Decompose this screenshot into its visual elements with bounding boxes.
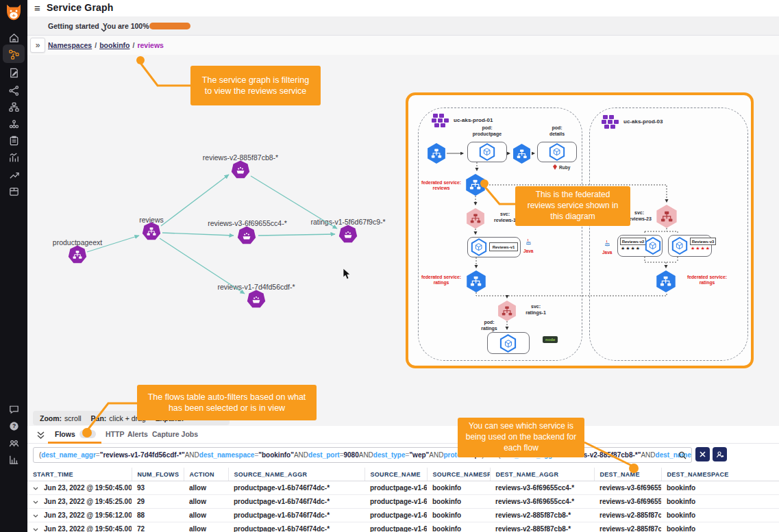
sidebar: ? (0, 0, 27, 532)
reviews-v3-name-tag: Reviews-v3 (690, 238, 716, 245)
svg-text:?: ? (12, 422, 15, 429)
java-logo: Java (523, 236, 533, 253)
page-title: Service Graph (47, 2, 114, 13)
team-icon[interactable] (0, 434, 27, 452)
callout-federated-reviews: This is the federated reviews service sh… (515, 186, 630, 226)
federated-service-ratings-label: federated service: ratings (680, 275, 734, 286)
flows-count-badge: 20 (79, 430, 96, 438)
cluster-name: uc-aks-prod-03 (623, 118, 663, 125)
usage-chart-icon[interactable] (0, 451, 27, 468)
breadcrumb-namespaces[interactable]: Namespaces (48, 41, 92, 49)
callout-backend-service: You can see which service is being used … (458, 418, 584, 457)
flows-filter-input[interactable]: (dest_name_aggr = "reviews-v1-7d4fd56cdf… (33, 447, 692, 463)
expand-row-icon[interactable] (33, 511, 38, 519)
tigera-logo (3, 2, 24, 23)
rating-stars-black: ★★★★ (621, 246, 641, 251)
callout-service-graph-filter: The service graph is filtering to view t… (190, 66, 321, 105)
pod-label: pod: ratings (473, 320, 505, 332)
filter-bar: (dest_name_aggr = "reviews-v1-7d4fd56cdf… (27, 444, 779, 468)
activity-icon[interactable] (0, 149, 27, 166)
breadcrumb-bookinfo[interactable]: bookinfo (99, 41, 129, 49)
getting-started-band: Getting started You are 100% done (27, 16, 779, 36)
clear-filter-button[interactable] (695, 447, 710, 461)
breadcrumb-row: » Namespaces/bookinfo/reviews (27, 36, 779, 55)
breadcrumb-reviews: reviews (137, 41, 164, 49)
network-icon[interactable] (0, 81, 27, 99)
table-row[interactable]: Jun 23, 2022 @ 19:50:45.000 72 allow pro… (27, 522, 779, 532)
table-row[interactable]: Jun 23, 2022 @ 19:50:45.000 93 allow pro… (27, 481, 779, 495)
col-start-time[interactable]: START_TIME (27, 468, 132, 481)
top-bar: ≡ Service Graph (27, 0, 779, 16)
tab-capture-jobs[interactable]: Capture Jobs (152, 430, 198, 438)
callout-flows-autofilter: The flows table auto-filters based on wh… (137, 385, 317, 420)
kubernetes-cluster-icon (602, 114, 621, 129)
breadcrumb: Namespaces/bookinfo/reviews (48, 41, 164, 49)
col-source-namespace[interactable]: SOURCE_NAMESPACE (427, 468, 490, 481)
tab-alerts[interactable]: Alerts (127, 430, 148, 438)
cluster-uc-aks-prod-03 (589, 107, 748, 361)
col-action[interactable]: ACTION (184, 468, 228, 481)
archive-icon[interactable] (0, 182, 27, 200)
service-graph-icon[interactable] (0, 45, 27, 63)
kubernetes-cluster-icon (432, 113, 451, 128)
cluster-name: uc-aks-prod-01 (454, 117, 493, 124)
flows-table: START_TIME NUM_FLOWS ACTION SOURCE_NAME_… (27, 468, 779, 532)
chat-icon[interactable] (0, 400, 27, 418)
progress-bar (149, 23, 190, 29)
nodejs-logo: node (543, 336, 558, 343)
col-num-flows[interactable]: NUM_FLOWS (132, 468, 184, 481)
ruby-logo: Ruby (552, 164, 570, 170)
expand-row-icon[interactable] (33, 484, 38, 492)
policies-icon[interactable] (0, 64, 27, 81)
node-label: productpageext (19, 238, 136, 246)
trends-icon[interactable] (0, 166, 27, 183)
expand-row-icon[interactable] (33, 525, 38, 532)
reviews-v1-name-tag: Reviews-v1 (489, 242, 518, 251)
expand-panel-button[interactable]: » (30, 38, 45, 53)
node-label: reviews-v2-885f87cb8-* (182, 153, 299, 162)
col-dest-name[interactable]: DEST_NAME (594, 468, 661, 481)
collapse-panel-icon[interactable] (37, 430, 45, 442)
col-source-name-aggr[interactable]: SOURCE_NAME_AGGR (228, 468, 364, 481)
compliance-icon[interactable] (0, 131, 27, 149)
search-icon[interactable] (678, 450, 687, 462)
node-label: ratings-v1-5f6d67f9c9-* (290, 218, 406, 226)
node-label: reviews-v3-6f69655cc4-* (189, 219, 306, 227)
java-logo: Java (602, 238, 612, 255)
col-dest-namespace[interactable]: DEST_NAMESPACE (661, 468, 779, 481)
architecture-diagram: uc-aks-prod-01 pod: productpage pod: det… (406, 92, 754, 368)
endpoints-icon[interactable] (0, 115, 27, 133)
help-icon[interactable]: ? (0, 417, 27, 435)
pod-label: pod: productpage (463, 125, 511, 138)
col-dest-name-aggr[interactable]: DEST_NAME_AGGR (490, 468, 594, 481)
expand-row-icon[interactable] (33, 498, 38, 505)
node-label: reviews-v1-7d4fd56cdf-* (198, 283, 314, 291)
bottom-panel-tabs: Flows20 HTTP Alerts Capture Jobs (27, 426, 779, 444)
table-header-row: START_TIME NUM_FLOWS ACTION SOURCE_NAME_… (27, 468, 779, 481)
reviews-v2-name-tag: Reviews-v2 (620, 238, 646, 245)
svc-label: svc: ratings-1 (519, 304, 553, 316)
table-row[interactable]: Jun 23, 2022 @ 19:56:12.000 88 allow pro… (27, 509, 779, 522)
tab-flows[interactable]: Flows20 (55, 430, 96, 438)
federated-service-ratings-label: federated service: ratings (415, 275, 467, 286)
add-user-button[interactable] (713, 447, 727, 461)
tiers-icon[interactable] (0, 98, 27, 116)
pod-label: pod: details (533, 125, 581, 138)
hamburger-menu-icon[interactable]: ≡ (34, 2, 40, 14)
table-row[interactable]: Jun 23, 2022 @ 19:45:25.000 29 allow pro… (27, 495, 779, 509)
rating-stars-red: ★★★★ (691, 246, 710, 251)
service-graph-app: { "app": { "title": "Service Graph" }, "… (0, 0, 779, 532)
getting-started-dropdown[interactable]: Getting started (48, 22, 99, 30)
federated-service-reviews-label: federated service: reviews (415, 180, 467, 192)
col-source-name[interactable]: SOURCE_NAME (364, 468, 427, 481)
tab-http[interactable]: HTTP (106, 430, 124, 438)
